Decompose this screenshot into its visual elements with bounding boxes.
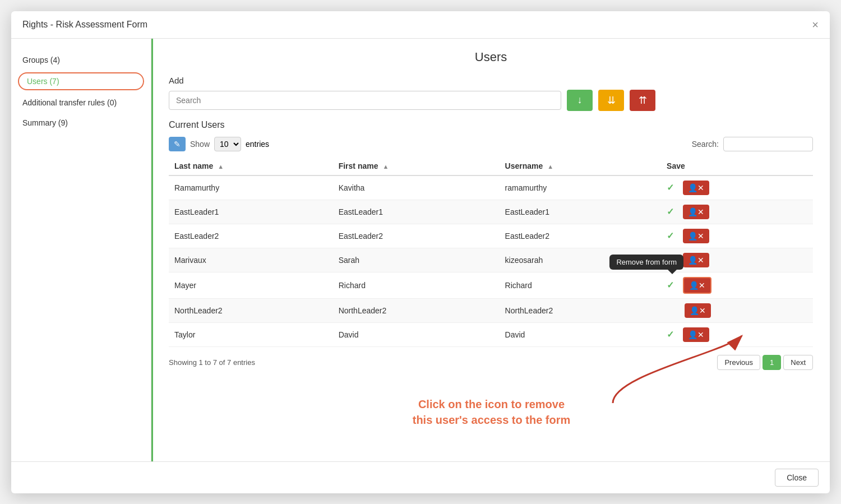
cell-last-name: Mayer xyxy=(169,272,333,299)
cell-last-name: Taylor xyxy=(169,323,333,347)
remove-user-icon: 👤✕ xyxy=(688,256,704,265)
download-one-icon: ↓ xyxy=(577,94,583,106)
cell-username: EastLeader2 xyxy=(500,224,661,248)
cell-last-name: Ramamurthy xyxy=(169,175,333,200)
add-label: Add xyxy=(169,76,813,85)
table-row: EastLeader2EastLeader2EastLeader2✓👤✕ xyxy=(169,224,813,248)
upload-icon: ⇈ xyxy=(639,94,647,107)
close-x-button[interactable]: × xyxy=(812,19,819,30)
cell-first-name: NorthLeader2 xyxy=(333,299,500,323)
modal-header: Rights - Risk Assessment Form × xyxy=(11,11,830,39)
table-search: Search: xyxy=(692,137,813,151)
next-button[interactable]: Next xyxy=(783,355,813,370)
col-last-name[interactable]: Last name ▲ xyxy=(169,157,333,175)
entries-label: entries xyxy=(246,140,269,149)
close-button[interactable]: Close xyxy=(775,469,819,487)
cell-username: EastLeader1 xyxy=(500,200,661,224)
modal-title: Rights - Risk Assessment Form xyxy=(22,20,147,30)
col-username[interactable]: Username ▲ xyxy=(500,157,661,175)
search-label: Search: xyxy=(692,140,719,149)
cell-save: ✓👤✕ xyxy=(661,200,813,224)
modal: Rights - Risk Assessment Form × Groups (… xyxy=(11,11,830,493)
download-one-button[interactable]: ↓ xyxy=(567,90,593,111)
cell-save: ✓👤✕ xyxy=(661,248,813,272)
cell-last-name: Marivaux xyxy=(169,248,333,272)
current-users-title: Current Users xyxy=(169,120,813,130)
remove-user-button[interactable]: 👤✕ xyxy=(683,205,709,219)
cell-first-name: David xyxy=(333,323,500,347)
table-header-row: Last name ▲ First name ▲ Username ▲ Save xyxy=(169,157,813,175)
cell-save: ✓👤✕ xyxy=(661,176,813,200)
cell-username: Richard xyxy=(500,272,661,299)
col-first-name[interactable]: First name ▲ xyxy=(333,157,500,175)
page-1-button[interactable]: 1 xyxy=(763,355,781,370)
cell-first-name: Sarah xyxy=(333,248,500,272)
save-check-icon: ✓ xyxy=(667,206,674,217)
previous-button[interactable]: Previous xyxy=(717,355,760,370)
modal-footer: Close xyxy=(11,461,830,493)
entries-select[interactable]: 10 25 50 xyxy=(214,137,241,151)
remove-user-button[interactable]: 👤✕ xyxy=(683,229,709,243)
add-section: Add ↓ ⇊ ⇈ xyxy=(169,76,813,111)
download-all-icon: ⇊ xyxy=(607,94,616,107)
cell-save: 👤✕ xyxy=(661,299,813,323)
remove-user-icon: 👤✕ xyxy=(688,232,704,241)
remove-user-button[interactable]: 👤✕ xyxy=(685,303,711,318)
annotation-text: Click on the icon to removethis user's a… xyxy=(413,396,571,428)
remove-button-wrap: 👤✕ xyxy=(683,181,709,195)
sidebar-item-transfer[interactable]: Additional transfer rules (0) xyxy=(11,93,151,113)
main-content: Users Add ↓ ⇊ ⇈ Current U xyxy=(151,39,830,461)
save-check-icon: ✓ xyxy=(667,329,674,340)
show-label: Show xyxy=(190,140,210,149)
table-row: MarivauxSarahkizeosarah✓👤✕ xyxy=(169,248,813,272)
edit-icon-button[interactable]: ✎ xyxy=(169,137,186,151)
add-search-input[interactable] xyxy=(169,91,561,110)
show-entries: ✎ Show 10 25 50 entries xyxy=(169,137,269,151)
remove-tooltip: Remove from form xyxy=(609,255,683,270)
cell-first-name: Kavitha xyxy=(333,175,500,200)
cell-username: David xyxy=(500,323,661,347)
cell-save: ✓Remove from form👤✕ xyxy=(661,272,813,299)
remove-button-wrap: 👤✕ xyxy=(685,303,711,318)
remove-user-button[interactable]: 👤✕ xyxy=(683,253,709,267)
sidebar-item-summary[interactable]: Summary (9) xyxy=(11,113,151,133)
users-table: Last name ▲ First name ▲ Username ▲ Save… xyxy=(169,157,813,348)
remove-user-button[interactable]: 👤✕ xyxy=(683,181,709,195)
sidebar-item-groups[interactable]: Groups (4) xyxy=(11,50,151,70)
sort-icon-first: ▲ xyxy=(382,163,389,170)
cell-save: ✓👤✕ xyxy=(661,323,813,347)
remove-button-wrap: Remove from form👤✕ xyxy=(683,277,711,294)
remove-user-button[interactable]: 👤✕ xyxy=(683,327,709,342)
cell-first-name: EastLeader2 xyxy=(333,224,500,248)
table-row: NorthLeader2NorthLeader2NorthLeader2👤✕ xyxy=(169,299,813,323)
remove-button-wrap: 👤✕ xyxy=(683,253,709,267)
content-title: Users xyxy=(169,50,813,64)
cell-last-name: EastLeader1 xyxy=(169,200,333,224)
remove-user-icon: 👤✕ xyxy=(690,306,706,315)
sidebar-item-users[interactable]: Users (7) xyxy=(18,72,144,90)
remove-button-wrap: 👤✕ xyxy=(683,327,709,342)
remove-user-icon: 👤✕ xyxy=(688,183,704,192)
col-save: Save xyxy=(661,157,813,175)
pagination-row: Showing 1 to 7 of 7 entries Previous 1 N… xyxy=(169,355,813,370)
sort-icon-last: ▲ xyxy=(218,163,224,170)
remove-user-icon: 👤✕ xyxy=(689,281,705,290)
remove-button-wrap: 👤✕ xyxy=(683,229,709,243)
table-search-input[interactable] xyxy=(723,137,813,151)
upload-button[interactable]: ⇈ xyxy=(630,90,655,111)
remove-user-icon: 👤✕ xyxy=(688,330,704,339)
cell-first-name: Richard xyxy=(333,272,500,299)
showing-text: Showing 1 to 7 of 7 entries xyxy=(169,358,255,367)
modal-body: Groups (4) Users (7) Additional transfer… xyxy=(11,39,830,461)
table-row: TaylorDavidDavid✓👤✕ xyxy=(169,323,813,347)
pagination: Previous 1 Next xyxy=(717,355,813,370)
table-controls: ✎ Show 10 25 50 entries Search: xyxy=(169,137,813,151)
cell-first-name: EastLeader1 xyxy=(333,200,500,224)
download-all-button[interactable]: ⇊ xyxy=(598,90,624,111)
cell-username: ramamurthy xyxy=(500,175,661,200)
sidebar: Groups (4) Users (7) Additional transfer… xyxy=(11,39,151,461)
pencil-icon: ✎ xyxy=(174,140,181,149)
cell-save: ✓👤✕ xyxy=(661,224,813,248)
remove-user-button[interactable]: 👤✕ xyxy=(683,277,711,294)
add-row: ↓ ⇊ ⇈ xyxy=(169,90,813,111)
